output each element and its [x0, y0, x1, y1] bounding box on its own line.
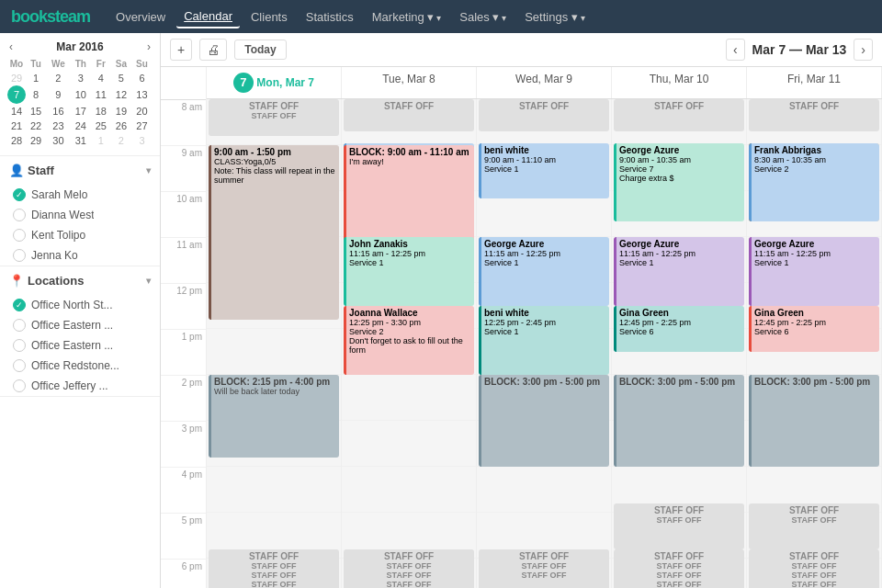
cal-day[interactable]: 15 [26, 104, 46, 119]
appointment[interactable]: STAFF OFFSTAFF OFFSTAFF OFFSTAFF OFF [614, 549, 744, 588]
day-header[interactable]: Wed, Mar 9 [477, 67, 612, 98]
location-item[interactable]: Office Eastern ... [0, 315, 160, 335]
cal-day[interactable]: 6 [131, 71, 153, 85]
cal-day[interactable]: 12 [111, 85, 131, 104]
appointment[interactable]: STAFF OFFSTAFF OFF [209, 99, 339, 136]
appointment[interactable]: STAFF OFFSTAFF OFF [749, 503, 879, 549]
cal-day[interactable]: 11 [91, 85, 111, 104]
cal-day[interactable]: 25 [91, 119, 111, 133]
staff-checkbox[interactable] [13, 229, 26, 242]
cal-day[interactable]: 18 [91, 104, 111, 119]
cal-day[interactable]: 19 [111, 104, 131, 119]
prev-week-button[interactable]: ‹ [726, 39, 745, 61]
appointment[interactable]: George Azure9:00 am - 10:35 amService 7C… [614, 143, 744, 221]
day-slot[interactable] [207, 467, 341, 513]
staff-checkbox[interactable] [13, 188, 26, 201]
mini-cal-next[interactable]: › [145, 40, 153, 53]
cal-day[interactable]: 2 [111, 133, 131, 148]
location-checkbox[interactable] [13, 319, 26, 332]
cal-day[interactable]: 14 [7, 104, 26, 119]
appointment[interactable]: Joanna Wallace12:25 pm - 3:30 pmService … [344, 306, 474, 375]
cal-day[interactable]: 26 [111, 119, 131, 133]
appointment[interactable]: BLOCK: 3:00 pm - 5:00 pm [614, 375, 744, 467]
appointment[interactable]: STAFF OFF [749, 99, 879, 131]
appointment[interactable]: George Azure11:15 am - 12:25 pmService 1 [614, 237, 744, 306]
appointment[interactable]: Gina Green12:45 pm - 2:25 pmService 6 [614, 306, 744, 352]
mini-cal-prev[interactable]: ‹ [7, 40, 15, 53]
nav-overview[interactable]: Overview [108, 6, 173, 28]
cal-day[interactable]: 22 [26, 119, 46, 133]
cal-day[interactable]: 7 [7, 85, 26, 104]
cal-day[interactable]: 21 [7, 119, 26, 133]
cal-day[interactable]: 30 [46, 133, 71, 148]
nav-marketing[interactable]: Marketing ▾ [365, 6, 448, 28]
staff-item[interactable]: Kent Tolipo [0, 225, 160, 245]
day-slot[interactable] [342, 467, 476, 513]
appointment[interactable]: George Azure11:15 am - 12:25 pmService 1 [749, 237, 879, 306]
cal-day[interactable]: 9 [46, 85, 71, 104]
cal-day[interactable]: 23 [46, 119, 71, 133]
appointment[interactable]: STAFF OFFSTAFF OFFSTAFF OFFSTAFF OFFSTAF… [344, 549, 474, 588]
appointment[interactable]: STAFF OFF [614, 99, 744, 131]
appointment[interactable]: STAFF OFF [479, 99, 609, 131]
cal-day[interactable]: 28 [7, 133, 26, 148]
appointment[interactable]: Frank Abbrigas8:30 am - 10:35 amService … [749, 143, 879, 221]
cal-day[interactable]: 24 [71, 119, 91, 133]
staff-item[interactable]: Sarah Melo [0, 185, 160, 205]
cal-day[interactable]: 1 [91, 133, 111, 148]
staff-item[interactable]: Dianna West [0, 205, 160, 225]
nav-settings[interactable]: Settings ▾ [517, 6, 592, 28]
cal-day[interactable]: 29 [7, 71, 26, 85]
appointment[interactable]: George Azure11:15 am - 12:25 pmService 1 [479, 237, 609, 306]
day-header[interactable]: Tue, Mar 8 [342, 67, 477, 98]
nav-clients[interactable]: Clients [243, 6, 295, 28]
location-item[interactable]: Office Redstone... [0, 356, 160, 376]
day-header[interactable]: Thu, Mar 10 [612, 67, 747, 98]
appointment[interactable]: beni white12:25 pm - 2:45 pmService 1 [479, 306, 609, 375]
nav-sales[interactable]: Sales ▾ [452, 6, 514, 28]
nav-calendar[interactable]: Calendar [176, 6, 240, 28]
appointment[interactable]: STAFF OFFSTAFF OFFSTAFF OFF [479, 549, 609, 588]
add-button[interactable]: + [170, 39, 192, 61]
location-checkbox[interactable] [13, 339, 26, 352]
appointment[interactable]: STAFF OFF [344, 99, 474, 131]
appointment[interactable]: BLOCK: 9:00 am - 11:10 amI'm away! [344, 145, 474, 251]
cal-day[interactable]: 8 [26, 85, 46, 104]
next-week-button[interactable]: › [854, 39, 873, 61]
nav-statistics[interactable]: Statistics [299, 6, 361, 28]
appointment[interactable]: STAFF OFFSTAFF OFFSTAFF OFFSTAFF OFF [209, 549, 339, 588]
cal-day[interactable]: 4 [91, 71, 111, 85]
cal-day[interactable]: 20 [131, 104, 153, 119]
appointment[interactable]: John Zanakis11:15 am - 12:25 pmService 1 [344, 237, 474, 306]
locations-section-header[interactable]: 📍 Locations ▾ [0, 266, 160, 295]
cal-day[interactable]: 17 [71, 104, 91, 119]
cal-day[interactable]: 31 [71, 133, 91, 148]
cal-day[interactable]: 5 [111, 71, 131, 85]
appointment[interactable]: BLOCK: 2:15 pm - 4:00 pmWill be back lat… [209, 375, 339, 458]
cal-day[interactable]: 3 [131, 133, 153, 148]
appointment[interactable]: BLOCK: 3:00 pm - 5:00 pm [479, 375, 609, 467]
appointment[interactable]: STAFF OFFSTAFF OFF [614, 503, 744, 549]
cal-day[interactable]: 2 [46, 71, 71, 85]
appointment[interactable]: beni white9:00 am - 11:10 amService 1 [479, 143, 609, 198]
location-checkbox[interactable] [13, 359, 26, 372]
day-slot[interactable] [207, 329, 341, 375]
staff-section-header[interactable]: 👤 Staff ▾ [0, 156, 160, 185]
location-item[interactable]: Office North St... [0, 295, 160, 315]
appointment[interactable]: BLOCK: 3:00 pm - 5:00 pm [749, 375, 879, 467]
cal-day[interactable]: 10 [71, 85, 91, 104]
day-slot[interactable] [477, 467, 611, 513]
appointment[interactable]: Gina Green12:45 pm - 2:25 pmService 6 [749, 306, 879, 352]
day-slot[interactable] [342, 421, 476, 467]
location-checkbox[interactable] [13, 379, 26, 392]
cal-day[interactable]: 16 [46, 104, 71, 119]
cal-day[interactable]: 27 [131, 119, 153, 133]
staff-checkbox[interactable] [13, 249, 26, 262]
cal-day[interactable]: 1 [26, 71, 46, 85]
staff-checkbox[interactable] [13, 209, 26, 221]
today-button[interactable]: Today [234, 40, 286, 60]
print-button[interactable]: 🖨 [199, 39, 227, 61]
day-slot[interactable] [342, 375, 476, 421]
appointment[interactable]: STAFF OFFSTAFF OFFSTAFF OFFSTAFF OFF [749, 549, 879, 588]
cal-day[interactable]: 29 [26, 133, 46, 148]
